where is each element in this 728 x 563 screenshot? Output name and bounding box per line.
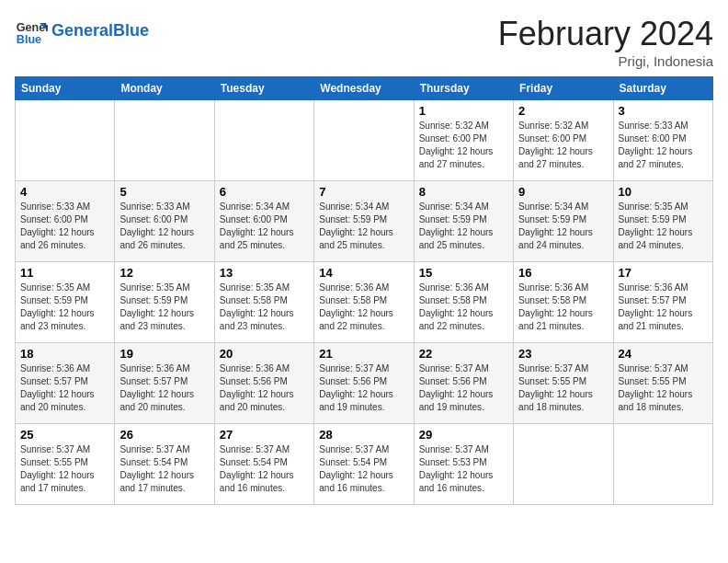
calendar-cell bbox=[314, 100, 414, 181]
dow-header: Saturday bbox=[613, 77, 712, 100]
day-number: 15 bbox=[419, 266, 508, 280]
day-info: Sunrise: 5:36 AM Sunset: 5:57 PM Dayligh… bbox=[619, 282, 708, 333]
day-info: Sunrise: 5:36 AM Sunset: 5:56 PM Dayligh… bbox=[220, 362, 309, 414]
calendar-cell bbox=[115, 100, 214, 181]
day-info: Sunrise: 5:32 AM Sunset: 6:00 PM Dayligh… bbox=[518, 120, 608, 171]
calendar-cell: 1Sunrise: 5:32 AM Sunset: 6:00 PM Daylig… bbox=[414, 100, 513, 181]
dow-header: Sunday bbox=[16, 77, 115, 100]
calendar-cell: 2Sunrise: 5:32 AM Sunset: 6:00 PM Daylig… bbox=[514, 100, 613, 181]
day-info: Sunrise: 5:36 AM Sunset: 5:58 PM Dayligh… bbox=[419, 282, 508, 333]
day-info: Sunrise: 5:36 AM Sunset: 5:58 PM Dayligh… bbox=[518, 282, 608, 333]
calendar-cell: 24Sunrise: 5:37 AM Sunset: 5:55 PM Dayli… bbox=[613, 343, 712, 424]
day-info: Sunrise: 5:37 AM Sunset: 5:56 PM Dayligh… bbox=[319, 362, 408, 414]
day-info: Sunrise: 5:36 AM Sunset: 5:57 PM Dayligh… bbox=[119, 362, 209, 414]
calendar-cell: 11Sunrise: 5:35 AM Sunset: 5:59 PM Dayli… bbox=[16, 262, 115, 343]
day-info: Sunrise: 5:37 AM Sunset: 5:56 PM Dayligh… bbox=[419, 362, 508, 414]
day-info: Sunrise: 5:33 AM Sunset: 6:00 PM Dayligh… bbox=[119, 201, 209, 252]
title-area: February 2024 Prigi, Indonesia bbox=[498, 15, 713, 69]
day-number: 6 bbox=[220, 185, 309, 199]
calendar-cell bbox=[16, 100, 115, 181]
calendar-title: February 2024 bbox=[498, 15, 713, 53]
day-info: Sunrise: 5:37 AM Sunset: 5:55 PM Dayligh… bbox=[518, 362, 608, 414]
day-info: Sunrise: 5:37 AM Sunset: 5:54 PM Dayligh… bbox=[119, 443, 209, 495]
day-info: Sunrise: 5:35 AM Sunset: 5:59 PM Dayligh… bbox=[20, 282, 109, 333]
calendar-cell: 22Sunrise: 5:37 AM Sunset: 5:56 PM Dayli… bbox=[414, 343, 513, 424]
calendar-subtitle: Prigi, Indonesia bbox=[498, 53, 713, 69]
calendar-week-row: 11Sunrise: 5:35 AM Sunset: 5:59 PM Dayli… bbox=[16, 262, 713, 343]
calendar-week-row: 4Sunrise: 5:33 AM Sunset: 6:00 PM Daylig… bbox=[16, 181, 713, 262]
day-number: 7 bbox=[319, 185, 408, 199]
dow-header: Monday bbox=[115, 77, 214, 100]
dow-header: Tuesday bbox=[214, 77, 313, 100]
calendar-cell: 6Sunrise: 5:34 AM Sunset: 6:00 PM Daylig… bbox=[214, 181, 313, 262]
logo-icon: General Blue bbox=[15, 15, 48, 48]
day-number: 22 bbox=[419, 347, 508, 361]
calendar-cell: 17Sunrise: 5:36 AM Sunset: 5:57 PM Dayli… bbox=[613, 262, 712, 343]
day-info: Sunrise: 5:36 AM Sunset: 5:57 PM Dayligh… bbox=[20, 362, 109, 414]
day-number: 25 bbox=[20, 428, 109, 442]
day-number: 13 bbox=[220, 266, 309, 280]
day-number: 16 bbox=[518, 266, 608, 280]
dow-header: Thursday bbox=[414, 77, 513, 100]
day-info: Sunrise: 5:33 AM Sunset: 6:00 PM Dayligh… bbox=[20, 201, 109, 252]
calendar-cell: 13Sunrise: 5:35 AM Sunset: 5:58 PM Dayli… bbox=[214, 262, 313, 343]
svg-text:Blue: Blue bbox=[17, 33, 41, 46]
calendar-cell: 8Sunrise: 5:34 AM Sunset: 5:59 PM Daylig… bbox=[414, 181, 513, 262]
calendar-cell bbox=[613, 424, 712, 505]
calendar-table: SundayMondayTuesdayWednesdayThursdayFrid… bbox=[15, 76, 713, 505]
calendar-cell: 14Sunrise: 5:36 AM Sunset: 5:58 PM Dayli… bbox=[314, 262, 414, 343]
day-info: Sunrise: 5:33 AM Sunset: 6:00 PM Dayligh… bbox=[619, 120, 708, 171]
day-info: Sunrise: 5:34 AM Sunset: 5:59 PM Dayligh… bbox=[518, 201, 608, 252]
calendar-cell: 16Sunrise: 5:36 AM Sunset: 5:58 PM Dayli… bbox=[514, 262, 613, 343]
calendar-cell: 25Sunrise: 5:37 AM Sunset: 5:55 PM Dayli… bbox=[16, 424, 115, 505]
day-number: 9 bbox=[518, 185, 608, 199]
day-info: Sunrise: 5:37 AM Sunset: 5:53 PM Dayligh… bbox=[419, 443, 508, 495]
day-number: 4 bbox=[20, 185, 109, 199]
logo-blue: Blue bbox=[113, 21, 149, 40]
day-info: Sunrise: 5:37 AM Sunset: 5:55 PM Dayligh… bbox=[20, 443, 109, 495]
day-info: Sunrise: 5:37 AM Sunset: 5:54 PM Dayligh… bbox=[319, 443, 408, 495]
page-header: General Blue GeneralBlue February 2024 P… bbox=[15, 15, 713, 69]
day-number: 14 bbox=[319, 266, 408, 280]
calendar-cell: 18Sunrise: 5:36 AM Sunset: 5:57 PM Dayli… bbox=[16, 343, 115, 424]
calendar-cell: 12Sunrise: 5:35 AM Sunset: 5:59 PM Dayli… bbox=[115, 262, 214, 343]
calendar-cell bbox=[214, 100, 313, 181]
day-number: 24 bbox=[619, 347, 708, 361]
day-info: Sunrise: 5:37 AM Sunset: 5:55 PM Dayligh… bbox=[619, 362, 708, 414]
day-number: 5 bbox=[119, 185, 209, 199]
calendar-cell: 9Sunrise: 5:34 AM Sunset: 5:59 PM Daylig… bbox=[514, 181, 613, 262]
day-number: 8 bbox=[419, 185, 508, 199]
day-info: Sunrise: 5:32 AM Sunset: 6:00 PM Dayligh… bbox=[419, 120, 508, 171]
logo: General Blue GeneralBlue bbox=[15, 15, 149, 48]
day-info: Sunrise: 5:35 AM Sunset: 5:59 PM Dayligh… bbox=[619, 201, 708, 252]
day-number: 27 bbox=[220, 428, 309, 442]
day-info: Sunrise: 5:34 AM Sunset: 5:59 PM Dayligh… bbox=[419, 201, 508, 252]
day-number: 28 bbox=[319, 428, 408, 442]
day-number: 29 bbox=[419, 428, 508, 442]
calendar-cell: 21Sunrise: 5:37 AM Sunset: 5:56 PM Dayli… bbox=[314, 343, 414, 424]
day-info: Sunrise: 5:37 AM Sunset: 5:54 PM Dayligh… bbox=[220, 443, 309, 495]
day-number: 10 bbox=[619, 185, 708, 199]
calendar-cell: 20Sunrise: 5:36 AM Sunset: 5:56 PM Dayli… bbox=[214, 343, 313, 424]
day-number: 3 bbox=[619, 104, 708, 118]
calendar-cell: 7Sunrise: 5:34 AM Sunset: 5:59 PM Daylig… bbox=[314, 181, 414, 262]
calendar-cell: 10Sunrise: 5:35 AM Sunset: 5:59 PM Dayli… bbox=[613, 181, 712, 262]
day-number: 18 bbox=[20, 347, 109, 361]
calendar-body: 1Sunrise: 5:32 AM Sunset: 6:00 PM Daylig… bbox=[16, 100, 713, 505]
days-of-week-row: SundayMondayTuesdayWednesdayThursdayFrid… bbox=[16, 77, 713, 100]
calendar-cell: 19Sunrise: 5:36 AM Sunset: 5:57 PM Dayli… bbox=[115, 343, 214, 424]
day-number: 19 bbox=[119, 347, 209, 361]
day-number: 20 bbox=[220, 347, 309, 361]
day-number: 11 bbox=[20, 266, 109, 280]
calendar-cell: 29Sunrise: 5:37 AM Sunset: 5:53 PM Dayli… bbox=[414, 424, 513, 505]
calendar-cell: 4Sunrise: 5:33 AM Sunset: 6:00 PM Daylig… bbox=[16, 181, 115, 262]
day-number: 23 bbox=[518, 347, 608, 361]
dow-header: Friday bbox=[514, 77, 613, 100]
calendar-cell: 5Sunrise: 5:33 AM Sunset: 6:00 PM Daylig… bbox=[115, 181, 214, 262]
logo-text: GeneralBlue bbox=[51, 22, 149, 40]
logo-general: General bbox=[51, 21, 113, 40]
dow-header: Wednesday bbox=[314, 77, 414, 100]
day-number: 26 bbox=[119, 428, 209, 442]
calendar-cell: 15Sunrise: 5:36 AM Sunset: 5:58 PM Dayli… bbox=[414, 262, 513, 343]
day-info: Sunrise: 5:35 AM Sunset: 5:59 PM Dayligh… bbox=[119, 282, 209, 333]
